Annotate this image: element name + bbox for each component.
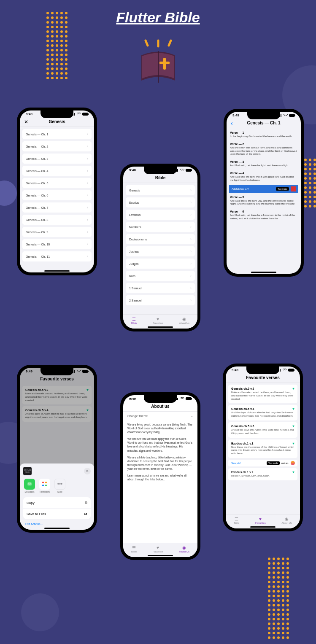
verse-item[interactable]: Verse — 4And God saw the light, that it … <box>229 170 298 183</box>
verse-title: Exodus ch.1 v.2 <box>231 471 294 474</box>
close-icon[interactable]: ✕ <box>84 468 91 474</box>
back-icon[interactable]: ‹ <box>231 120 233 127</box>
book-row[interactable]: Joshua› <box>126 246 195 256</box>
chapter-row[interactable]: Genesis — Ch. 3› <box>22 154 92 164</box>
ad-banner[interactable]: AdMob has a YTest mode <box>229 185 298 193</box>
book-row[interactable]: Numbers› <box>126 222 195 232</box>
share-app-more[interactable]: •••More <box>54 479 65 493</box>
share-action-save[interactable]: Save to Files🗂 <box>23 509 91 519</box>
share-app-messages[interactable]: ✉Messages <box>24 479 35 493</box>
tab-bible[interactable]: ☰Bible <box>131 545 137 553</box>
chapter-row[interactable]: Genesis — Ch. 9› <box>22 227 92 237</box>
chapter-label: Genesis — Ch. 2 <box>26 145 48 148</box>
tab-favorites[interactable]: ♥Favorites <box>153 545 163 553</box>
book-label: Leviticus <box>129 213 140 216</box>
favourite-verse[interactable]: Genesis ch.5 v.5And all the days that Ad… <box>228 422 297 438</box>
share-overlay: My App Icon ✕ ✉Messages Reminders •••Mor… <box>20 368 94 530</box>
book-row[interactable]: Leviticus› <box>126 210 195 220</box>
book-row[interactable]: Deuteronomy› <box>126 234 195 244</box>
status-time: 9:49 <box>232 113 239 117</box>
book-row[interactable]: 2 Samuel› <box>126 295 195 305</box>
dots-decoration <box>268 558 289 639</box>
heart-icon[interactable]: ♥ <box>292 407 294 411</box>
chapter-row[interactable]: Genesis — Ch. 1› <box>22 129 92 139</box>
chapter-row[interactable]: Genesis — Ch. 2› <box>22 141 92 151</box>
test-mode-badge: Test mode <box>276 187 289 191</box>
verse-item[interactable]: Verse — 6And God said, Let there be a fi… <box>229 209 298 222</box>
verse-item[interactable]: Verse — 1In the beginning God created th… <box>229 130 298 140</box>
app-icon: My App Icon <box>23 467 32 475</box>
nav-title: Genesis — Ch. 1 <box>247 121 281 125</box>
compass-icon: ◉ <box>182 545 186 550</box>
book-row[interactable]: 1 Samuel› <box>126 283 195 293</box>
close-icon[interactable]: ✕ <box>24 119 28 125</box>
verse-text: And the days of Adam after he had begott… <box>231 411 294 418</box>
chapter-row[interactable]: Genesis — Ch. 8› <box>22 215 92 225</box>
verse-item[interactable]: Verse — 3And God said, Let there be ligh… <box>229 159 298 169</box>
verse-item[interactable]: Verse — 5And God called the light Day, a… <box>229 194 298 207</box>
chevron-right-icon: › <box>190 261 192 266</box>
verse-item[interactable]: Verse — 2And the earth was without form,… <box>229 141 298 157</box>
status-icons <box>277 369 294 372</box>
status-icons <box>71 113 88 116</box>
chapter-row[interactable]: Genesis — Ch. 5› <box>22 178 92 188</box>
folder-icon: 🗂 <box>84 512 87 516</box>
tab-favorites[interactable]: ♥Favorites <box>255 517 266 524</box>
book-label: Deuteronomy <box>129 238 147 241</box>
share-edit-actions[interactable]: Edit Actions... <box>23 519 91 526</box>
phone-favourites-share: 9:49 Favourite verses Genesis ch.5 v.2Ma… <box>17 365 97 533</box>
book-row[interactable]: Exodus› <box>126 197 195 207</box>
chapter-label: Genesis — Ch. 5 <box>26 182 48 185</box>
status-icons <box>175 169 192 172</box>
status-icons <box>175 397 192 400</box>
book-row[interactable]: Ruth› <box>126 271 195 281</box>
verse-title: Exodus ch.1 v.1 <box>231 442 294 445</box>
chapter-row[interactable]: Genesis — Ch. 10› <box>22 239 92 249</box>
heart-icon[interactable]: ♥ <box>292 470 294 474</box>
favourite-verse[interactable]: Exodus ch.1 v.1Now these are the names o… <box>228 439 297 458</box>
verse-text: And God saw the light, that it was good:… <box>230 175 297 182</box>
book-label: 2 Samuel <box>129 299 142 302</box>
ad-banner[interactable]: Nice job!Test modeest ad. <box>228 460 297 466</box>
heart-icon[interactable]: ♥ <box>292 442 294 445</box>
nav-title: Bible <box>155 175 165 180</box>
svg-point-14 <box>42 482 44 483</box>
book-row[interactable]: Genesis› <box>126 185 195 195</box>
chapter-label: Genesis — Ch. 7 <box>26 206 48 209</box>
tab-bible[interactable]: ☰Bible <box>234 517 239 524</box>
favourite-verse[interactable]: Exodus ch.1 v.2Reuben, Simeon, Levi, and… <box>228 468 297 480</box>
tab-bible[interactable]: ☰Bible <box>131 317 137 324</box>
chevron-right-icon: › <box>87 242 88 246</box>
chapter-label: Genesis — Ch. 11 <box>26 255 50 258</box>
status-time: 9:49 <box>26 112 32 116</box>
verse-text: Male and female created he them; and ble… <box>231 391 294 401</box>
heart-icon[interactable]: ♥ <box>292 387 294 391</box>
status-icons <box>278 114 295 117</box>
heart-icon[interactable]: ♥ <box>292 424 294 428</box>
tab-about[interactable]: ◉About Us <box>179 317 189 324</box>
change-theme-row[interactable]: Change Theme ⌄ <box>123 412 197 420</box>
svg-rect-7 <box>177 169 178 172</box>
chapter-row[interactable]: Genesis — Ch. 6› <box>22 190 92 200</box>
chapter-label: Genesis — Ch. 4 <box>26 170 48 172</box>
share-app-reminders[interactable]: Reminders <box>39 479 50 493</box>
book-label: Ruth <box>129 275 135 278</box>
svg-rect-20 <box>177 398 178 400</box>
favourite-verse[interactable]: Genesis ch.5 v.2Male and female created … <box>228 385 297 403</box>
tab-favorites[interactable]: ♥Favorites <box>153 317 163 324</box>
chapter-row[interactable]: Genesis — Ch. 11› <box>22 251 92 261</box>
share-action-copy[interactable]: Copy⧉ <box>23 497 91 509</box>
nav-title: About us <box>151 404 169 409</box>
chapter-row[interactable]: Genesis — Ch. 7› <box>22 202 92 213</box>
tab-about[interactable]: ◉About Us <box>179 545 189 553</box>
book-row[interactable]: Judges› <box>126 259 195 269</box>
chapter-label: Genesis — Ch. 1 <box>26 133 48 136</box>
chevron-right-icon: › <box>87 132 88 136</box>
phone-about-us: 9:49 About us Change Theme ⌄ We are livi… <box>120 392 200 560</box>
test-mode-badge: Test mode <box>267 461 280 465</box>
status-time: 9:49 <box>232 368 238 372</box>
status-time: 9:49 <box>129 397 136 401</box>
chapter-row[interactable]: Genesis — Ch. 4› <box>22 166 92 176</box>
favourite-verse[interactable]: Genesis ch.5 v.4And the days of Adam aft… <box>228 405 297 420</box>
tab-about[interactable]: ◉About Us <box>281 517 292 524</box>
